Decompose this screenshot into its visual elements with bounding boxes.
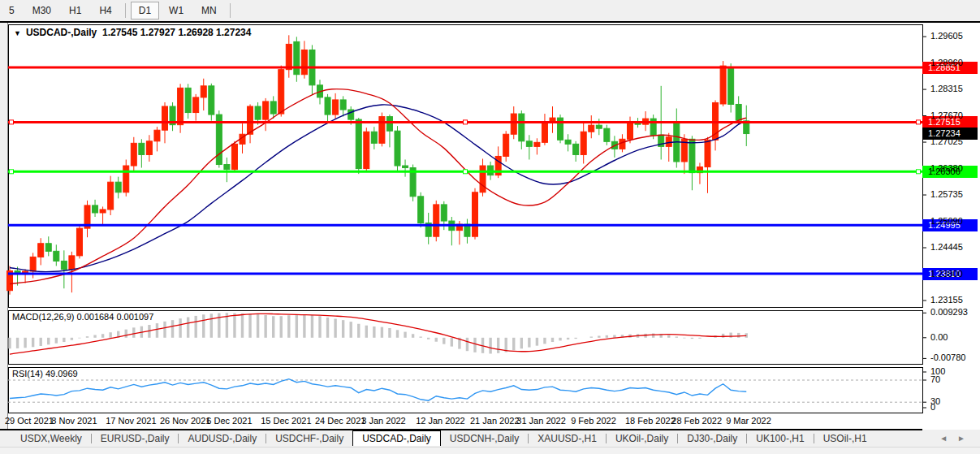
chart-canvas[interactable] [0, 0, 980, 454]
chart-title: ▼USDCAD-,Daily 1.27545 1.27927 1.26928 1… [14, 27, 251, 38]
line-handle[interactable] [10, 120, 14, 124]
tab-scroll-right-icon[interactable]: ► [957, 434, 975, 443]
line-handle[interactable] [10, 170, 14, 174]
price-axis-tick: 1.28960 [930, 58, 963, 67]
tab-usdcad-daily[interactable]: USDCAD-,Daily [352, 430, 441, 446]
tab-audusd-daily[interactable]: AUDUSD-,Daily [179, 430, 266, 446]
price-axis-tick: 1.28315 [930, 84, 963, 93]
date-axis-label: 28 Feb 2022 [671, 416, 722, 426]
rsi-indicator-label: RSI(14) 49.0969 [12, 369, 78, 378]
macd-indicator-label: MACD(12,26,9) 0.001684 0.001097 [12, 312, 153, 322]
date-axis-label: 26 Nov 2021 [160, 416, 210, 426]
status-bar [0, 447, 980, 454]
line-handle[interactable] [464, 170, 468, 174]
macd-axis-tick: 0.009293 [930, 307, 968, 317]
line-handle[interactable] [917, 120, 921, 124]
date-axis-label: 8 Nov 2021 [51, 416, 97, 426]
line-handle[interactable] [464, 120, 468, 124]
macd-axis-tick: -0.00780 [930, 352, 965, 362]
tab-dj30-daily[interactable]: DJ30-,Daily [678, 430, 746, 446]
price-axis-tick: 1.23155 [930, 295, 963, 305]
tab-usoil-h1[interactable]: USOil-,H1 [814, 430, 876, 446]
rsi-axis-tick: 0 [930, 402, 935, 412]
tab-xauusd-h1[interactable]: XAUUSD-,H1 [529, 430, 606, 446]
tab-scroll-arrows: ◄► [939, 434, 975, 443]
date-axis-label: 17 Nov 2021 [106, 416, 156, 426]
price-axis-tick: 1.29605 [930, 31, 963, 41]
date-axis-label: 3 Jan 2022 [361, 416, 405, 426]
tab-usdchf-daily[interactable]: USDCHF-,Daily [266, 430, 352, 446]
date-axis-label: 18 Feb 2022 [625, 416, 676, 426]
mt4-window: 5M30H1H4D1W1MN ▼USDCAD-,Daily 1.27545 1.… [0, 0, 980, 454]
tab-ukoil-daily[interactable]: UKOil-,Daily [607, 430, 677, 446]
line-handle[interactable] [917, 170, 921, 174]
date-axis-label: 29 Oct 2021 [5, 416, 54, 426]
date-axis-label: 12 Jan 2022 [416, 416, 465, 426]
price-axis-tick: 1.25090 [930, 216, 963, 226]
price-axis-tick: 1.23800 [930, 269, 963, 279]
date-axis-label: 31 Jan 2022 [516, 416, 566, 426]
macd-axis-tick: 0.00 [930, 332, 948, 342]
price-axis-tick: 1.24445 [930, 242, 963, 252]
chart-collapse-icon[interactable]: ▼ [14, 29, 21, 37]
tab-usdx-weekly[interactable]: USDX,Weekly [11, 430, 91, 446]
tab-scroll-left-icon[interactable]: ◄ [939, 434, 957, 443]
chart-tab-bar: USDX,WeeklyEURUSD-,DailyAUDUSD-,DailyUSD… [0, 430, 980, 446]
tab-uk100-h1[interactable]: UK100-,H1 [747, 430, 813, 446]
date-axis-label: 6 Dec 2021 [206, 416, 252, 426]
date-axis-label: 9 Mar 2022 [726, 416, 771, 426]
price-axis-tick: 1.26380 [930, 163, 963, 173]
chart-symbol-label: USDCAD-,Daily [26, 27, 97, 38]
chart-ohlc-values: 1.27545 1.27927 1.26928 1.27234 [102, 27, 252, 38]
date-axis-label: 24 Dec 2021 [315, 416, 365, 426]
price-axis-tick: 1.27670 [930, 110, 963, 120]
rsi-axis-tick: 70 [930, 374, 940, 384]
date-axis-label: 15 Dec 2021 [261, 416, 311, 426]
tab-usdcnh-daily[interactable]: USDCNH-,Daily [441, 430, 528, 446]
price-axis-tick: 1.27025 [930, 136, 963, 146]
date-axis-label: 21 Jan 2022 [470, 416, 520, 426]
date-axis-label: 9 Feb 2022 [571, 416, 616, 426]
tab-eurusd-daily[interactable]: EURUSD-,Daily [92, 430, 179, 446]
price-axis-tick: 1.25735 [930, 189, 963, 199]
rsi-pane[interactable] [9, 368, 923, 413]
